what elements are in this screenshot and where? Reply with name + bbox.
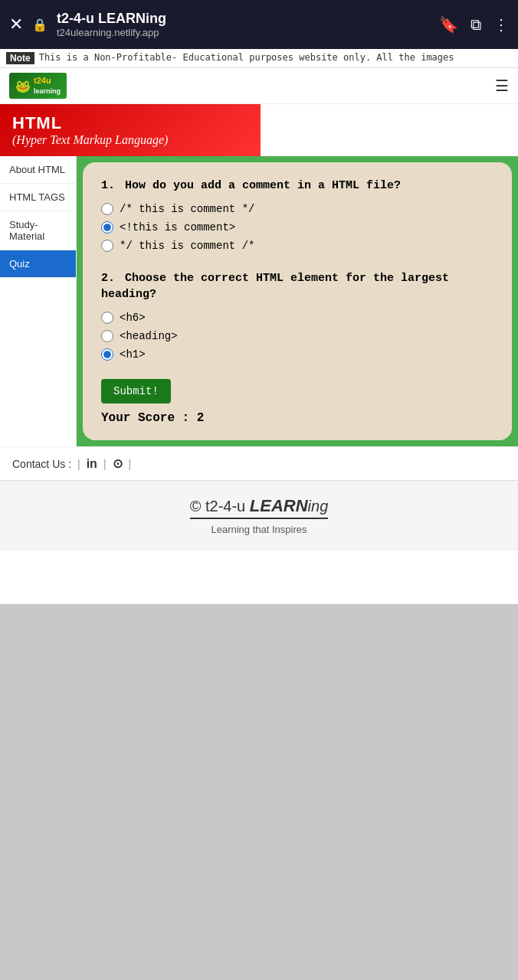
brand-ing: ing [308,498,329,514]
submit-button[interactable]: Submit! [101,379,171,403]
option-1c[interactable]: */ this is comment /* [101,240,493,252]
html-banner: HTML (Hyper Text Markup Language) [0,104,261,156]
question-1-text: 1. How do you add a comment in a HTML fi… [101,178,493,194]
footer-contact: Contact Us : | in | ⊙ | [0,446,518,480]
radio-1a[interactable] [101,203,113,215]
gray-background-area [0,604,518,972]
close-button[interactable]: ✕ [9,15,23,34]
separator-3: | [129,458,132,470]
note-bar: Note This is a Non-Profitable- Education… [0,49,518,68]
score-display: Your Score : 2 [101,411,493,425]
site-url: t24ulearning.netlify.app [57,27,430,38]
radio-1c[interactable] [101,240,113,252]
brand-copyright: © t2-4-u [190,498,250,514]
contact-label: Contact Us : [12,458,71,470]
option-2b[interactable]: <heading> [101,330,493,342]
sidebar-item-about-html[interactable]: About HTML [0,156,76,184]
radio-2c[interactable] [101,348,113,361]
separator-1: | [77,458,80,470]
instagram-icon[interactable]: ⊙ [113,456,123,471]
share-icon[interactable]: ⧉ [470,16,481,34]
question-2-num: 2. [101,272,115,285]
site-title: t2-4-u LEARNing [57,11,430,27]
question-2: 2. Choose the correct HTML element for t… [101,270,493,361]
quiz-area: 1. How do you add a comment in a HTML fi… [77,156,518,446]
site-header: 🐸 t24u learning ☰ [0,68,518,104]
footer-brand: © t2-4-u LEARNing Learning that Inspires [0,480,518,550]
radio-2b[interactable] [101,330,113,342]
option-2c-label: <h1> [120,348,146,361]
sidebar-item-html-tags[interactable]: HTML TAGS [0,184,76,211]
sidebar-item-quiz[interactable]: Quiz [0,250,76,278]
sidebar: About HTML HTML TAGS Study-Material Quiz [0,156,77,446]
more-options-icon[interactable]: ⋮ [493,15,509,34]
option-2a-label: <h6> [120,312,146,324]
logo-text: t24u learning [34,76,61,96]
linkedin-icon[interactable]: in [87,457,97,471]
quiz-card: 1. How do you add a comment in a HTML fi… [83,162,512,440]
option-2c[interactable]: <h1> [101,348,493,361]
brand-tagline: Learning that Inspires [15,524,503,535]
option-1b[interactable]: <!this is comment> [101,221,493,234]
option-2b-label: <heading> [120,330,178,342]
note-text: This is a Non-Profitable- Educational pu… [39,52,454,64]
question-2-text: 2. Choose the correct HTML element for t… [101,270,493,302]
site-logo[interactable]: 🐸 t24u learning [9,73,67,99]
radio-1b[interactable] [101,221,113,234]
sidebar-item-study-material[interactable]: Study-Material [0,211,76,250]
option-1a[interactable]: /* this is comment */ [101,203,493,215]
html-banner-title: HTML [12,113,248,133]
question-1-num: 1. [101,179,115,192]
browser-bar: ✕ 🔒 t2-4-u LEARNing t24ulearning.netlify… [0,0,518,49]
question-1: 1. How do you add a comment in a HTML fi… [101,178,493,252]
brand-name: © t2-4-u LEARNing [190,496,329,519]
site-wrapper: 🐸 t24u learning ☰ HTML (Hyper Text Marku… [0,68,518,604]
brand-learn: LEARN [250,496,308,515]
bookmark-icon[interactable]: 🔖 [439,15,458,34]
note-label: Note [6,52,34,64]
separator-2: | [103,458,107,470]
logo-frog-icon: 🐸 [15,79,31,93]
browser-actions: 🔖 ⧉ ⋮ [439,15,509,34]
radio-2a[interactable] [101,312,113,324]
option-1a-label: /* this is comment */ [120,203,254,215]
hamburger-menu[interactable]: ☰ [495,77,509,95]
browser-title: t2-4-u LEARNing t24ulearning.netlify.app [57,11,430,38]
main-content: About HTML HTML TAGS Study-Material Quiz… [0,156,518,446]
option-2a[interactable]: <h6> [101,312,493,324]
option-1c-label: */ this is comment /* [120,240,254,252]
option-1b-label: <!this is comment> [120,221,235,234]
html-banner-subtitle: (Hyper Text Markup Language) [12,133,248,147]
lock-icon: 🔒 [32,18,48,32]
